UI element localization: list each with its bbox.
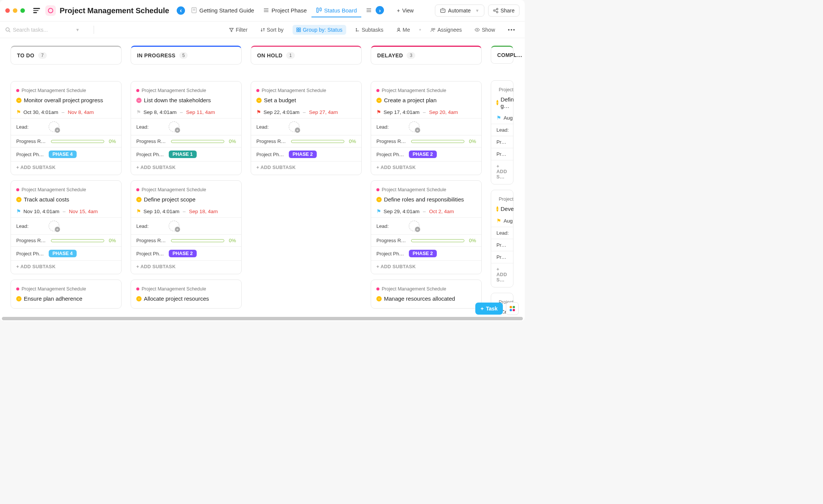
tab-more-views[interactable]: › (361, 3, 388, 18)
flag-icon[interactable]: ⚑ (376, 208, 381, 214)
list-icon (263, 7, 269, 13)
apps-button[interactable] (506, 302, 519, 315)
phase-badge[interactable]: PHASE 2 (409, 250, 437, 257)
add-subtask-button[interactable]: + ADD S… (496, 264, 508, 283)
flag-icon[interactable]: ⚑ (496, 218, 501, 224)
new-task-button[interactable]: + Task (475, 303, 503, 315)
lead-label: Lead: (136, 223, 166, 229)
add-view-button[interactable]: + View (392, 5, 418, 16)
task-card[interactable]: Project Management Schedule–Create a pro… (371, 81, 482, 175)
task-card[interactable]: Project Management Schedule–Define proje… (131, 180, 242, 274)
progress-bar[interactable] (51, 239, 104, 242)
board-column: DELAYED3Project Management Schedule–Crea… (371, 46, 482, 313)
share-button[interactable]: Share (488, 5, 519, 17)
phase-badge[interactable]: PHASE 4 (49, 250, 77, 257)
add-subtask-button[interactable]: + ADD SUBTASK (16, 262, 116, 269)
add-assignee-button[interactable] (409, 121, 419, 132)
add-assignee-button[interactable] (289, 121, 299, 132)
add-assignee-button[interactable] (49, 221, 59, 231)
card-title: Define project scope (144, 196, 196, 203)
progress-label: Progress (496, 242, 508, 248)
column-header[interactable]: ON HOLD1 (251, 46, 362, 65)
add-subtask-button[interactable]: + ADD SUBTASK (16, 163, 116, 170)
phase-label: Project Pha… (16, 152, 46, 157)
progress-bar[interactable] (171, 140, 224, 143)
card-title: List down the stakeholders (144, 97, 211, 103)
search-input[interactable] (13, 27, 73, 33)
phase-badge[interactable]: PHASE 2 (169, 250, 197, 257)
add-assignee-button[interactable] (49, 121, 59, 132)
task-card[interactable]: Project Management Schedule–Track actual… (11, 180, 122, 274)
add-assignee-button[interactable] (409, 221, 419, 231)
show-button[interactable]: Show (471, 25, 499, 35)
tab-project-phase[interactable]: Project Phase (259, 4, 311, 17)
column-header[interactable]: IN PROGRESS5 (131, 46, 242, 65)
tab-status-board[interactable]: Status Board (311, 4, 362, 17)
add-subtask-button[interactable]: + ADD SUBTASK (376, 163, 476, 170)
progress-bar[interactable] (51, 140, 104, 143)
task-card[interactable]: Project Management Schedule–Manage resou… (371, 280, 482, 309)
svg-point-33 (477, 29, 478, 30)
sort-button[interactable]: Sort by (257, 25, 287, 35)
task-card[interactable]: Project Management Schedule–Set a budget… (251, 81, 362, 175)
add-subtask-button[interactable]: + ADD SUBTASK (256, 163, 356, 170)
task-card[interactable]: Project Management Schedule–Define roles… (371, 180, 482, 274)
task-card[interactable]: Project…–Define g…⚑ AugLead:ProgressProj… (491, 80, 513, 184)
flag-icon[interactable]: ⚑ (376, 109, 381, 115)
add-subtask-button[interactable]: + ADD SUBTASK (136, 262, 236, 269)
close-window-button[interactable] (5, 8, 10, 13)
add-subtask-button[interactable]: + ADD S… (496, 161, 508, 180)
column-header[interactable]: COMPL… (491, 46, 513, 64)
task-card[interactable]: Project…–Develop…⚑ AugLead:ProgressProje… (491, 190, 513, 287)
task-card[interactable]: Project Management Schedule–Ensure plan … (11, 280, 122, 309)
flag-icon[interactable]: ⚑ (496, 115, 501, 121)
phase-badge[interactable]: PHASE 1 (169, 151, 197, 158)
phase-badge[interactable]: PHASE 2 (289, 151, 317, 158)
chevron-down-icon[interactable]: ▼ (76, 28, 80, 32)
maximize-window-button[interactable] (20, 8, 25, 13)
task-card[interactable]: Project Management Schedule–Allocate pro… (131, 280, 242, 309)
back-button[interactable]: ‹ (177, 6, 185, 15)
card-title: Set a budget (264, 97, 296, 103)
progress-bar[interactable] (171, 239, 224, 242)
svg-rect-25 (299, 30, 301, 32)
progress-bar[interactable] (411, 239, 464, 242)
chevron-down-icon: ▼ (475, 8, 479, 13)
automate-button[interactable]: Automate ▼ (435, 5, 484, 17)
add-assignee-button[interactable] (169, 121, 179, 132)
column-header[interactable]: TO DO7 (11, 46, 122, 65)
progress-bar[interactable] (411, 140, 464, 143)
task-card[interactable]: Project Management Schedule–List down th… (131, 81, 242, 175)
kanban-board[interactable]: TO DO7Project Management Schedule–Monito… (0, 38, 525, 321)
plus-icon: + (481, 306, 484, 312)
column-header[interactable]: DELAYED3 (371, 46, 482, 65)
minimize-window-button[interactable] (13, 8, 17, 13)
flag-icon[interactable]: ⚑ (136, 208, 141, 214)
project-dot-icon (16, 287, 19, 290)
start-date: Sep 22, 4:01am (264, 109, 299, 115)
task-card[interactable]: Project Management Schedule–Monitor over… (11, 81, 122, 175)
flag-icon[interactable]: ⚑ (136, 109, 141, 115)
horizontal-scrollbar[interactable] (2, 317, 523, 320)
phase-badge[interactable]: PHASE 4 (49, 151, 77, 158)
tab-getting-started[interactable]: Getting Started Guide (186, 4, 259, 17)
flag-icon[interactable]: ⚑ (16, 208, 21, 214)
subtasks-button[interactable]: Subtasks (351, 25, 387, 35)
svg-point-20 (6, 28, 9, 31)
phase-badge[interactable]: PHASE 2 (409, 151, 437, 158)
progress-label: Progress (496, 139, 508, 145)
add-assignee-button[interactable] (169, 221, 179, 231)
filter-button[interactable]: Filter (225, 25, 251, 35)
forward-button[interactable]: › (376, 6, 384, 14)
menu-icon[interactable] (32, 6, 42, 15)
flag-icon[interactable]: ⚑ (16, 109, 21, 115)
more-button[interactable]: ••• (504, 25, 519, 35)
group-by-button[interactable]: Group by: Status (293, 25, 346, 35)
progress-bar[interactable] (291, 140, 344, 143)
me-button[interactable]: Me (393, 25, 414, 35)
add-subtask-button[interactable]: + ADD SUBTASK (136, 163, 236, 170)
add-subtask-button[interactable]: + ADD SUBTASK (376, 262, 476, 269)
flag-icon[interactable]: ⚑ (256, 109, 261, 115)
phase-label: Project Pha… (376, 152, 407, 157)
assignees-button[interactable]: Assignees (427, 25, 466, 35)
